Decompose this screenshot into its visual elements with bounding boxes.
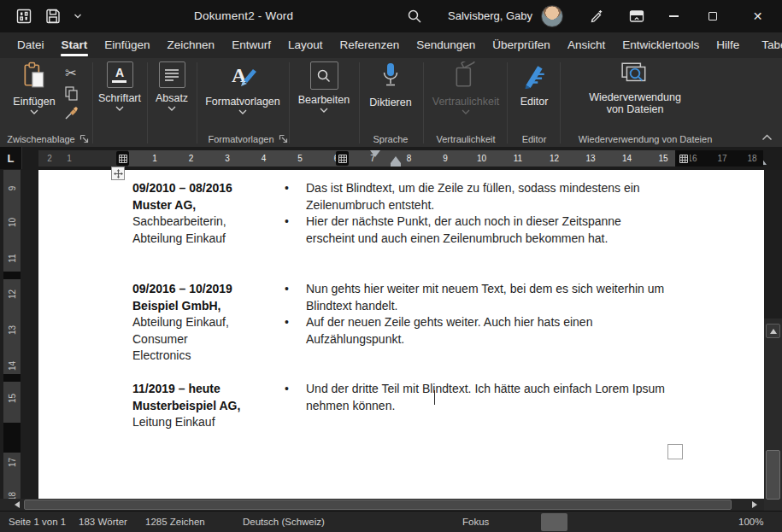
sensitivity-group-label: Vertraulichkeit bbox=[425, 132, 507, 147]
bullets-cell[interactable]: Das ist Blindtext, um die Zeile zu fülle… bbox=[285, 180, 669, 247]
clipboard-dialog-launcher-icon[interactable] bbox=[79, 134, 89, 143]
editor-button[interactable]: Editor bbox=[511, 61, 557, 108]
styles-button[interactable]: A Formatvorlagen bbox=[200, 61, 285, 114]
period-cell[interactable]: 09/2010 – 08/2016 Muster AG, Sachbearbei… bbox=[132, 180, 279, 247]
period-text: 09/2010 – 08/2016 bbox=[132, 180, 279, 197]
zoom-level[interactable]: 100% bbox=[738, 512, 763, 532]
more-tabs-chevron-icon[interactable]: › bbox=[777, 32, 780, 58]
copy-button[interactable] bbox=[62, 84, 80, 102]
reuse-files-button[interactable]: Wiederverwendung von Dateien bbox=[567, 61, 703, 115]
ribbon-tab[interactable]: Überprüfen bbox=[484, 32, 559, 58]
ribbon-tab[interactable]: Start bbox=[53, 32, 97, 58]
scroll-left-button[interactable] bbox=[11, 500, 23, 510]
pen-sparkle-icon[interactable] bbox=[588, 8, 604, 24]
word-count[interactable]: 183 Wörter bbox=[79, 512, 127, 532]
ribbon-tab[interactable]: Ansicht bbox=[559, 32, 614, 58]
styles-icon: A bbox=[226, 61, 259, 89]
format-painter-button[interactable] bbox=[62, 104, 80, 123]
bullet-item: Das ist Blindtext, um die Zeile zu fülle… bbox=[285, 180, 669, 213]
table-row-marker[interactable] bbox=[3, 272, 21, 279]
ruler-number: 11 bbox=[512, 150, 524, 167]
horizontal-scrollbar[interactable] bbox=[0, 499, 764, 511]
chevron-down-icon bbox=[462, 109, 470, 114]
group-divider bbox=[507, 62, 508, 143]
bullets-cell[interactable]: Und der dritte Teil mit Blindtext. Ich h… bbox=[285, 381, 669, 414]
vertical-scroll-thumb[interactable] bbox=[766, 450, 780, 500]
ribbon-tab[interactable]: Zeichnen bbox=[159, 32, 224, 58]
table-move-handle[interactable] bbox=[111, 167, 125, 180]
word-window: Dokument2 - Word Salvisberg, Gaby ✕ Date… bbox=[0, 0, 782, 532]
maximize-icon bbox=[709, 12, 717, 20]
table-column-marker-icon[interactable] bbox=[116, 151, 129, 166]
sensitivity-icon bbox=[453, 61, 479, 89]
language-indicator[interactable]: Deutsch (Schweiz) bbox=[243, 512, 325, 532]
document-page[interactable]: 09/2010 – 08/2016 Muster AG, Sachbearbei… bbox=[38, 170, 764, 499]
ruler-number: 15 bbox=[657, 150, 669, 167]
table-column-marker-icon[interactable] bbox=[336, 151, 349, 166]
font-button[interactable]: A Schriftart bbox=[96, 61, 144, 111]
paste-button[interactable]: Einfügen bbox=[9, 61, 60, 114]
period-text: 09/2016 – 10/2019 bbox=[132, 281, 279, 298]
save-icon[interactable] bbox=[44, 8, 62, 25]
dictate-button[interactable]: Diktieren bbox=[362, 61, 419, 108]
first-line-indent-marker[interactable] bbox=[370, 150, 380, 157]
styles-dialog-launcher-icon[interactable] bbox=[279, 134, 288, 143]
editing-button[interactable]: Bearbeiten bbox=[294, 61, 354, 113]
tab-stop-selector[interactable]: L bbox=[0, 147, 22, 169]
table-row-marker[interactable] bbox=[3, 374, 21, 382]
ruler-number: 1 bbox=[63, 150, 75, 167]
reuse-files-icon bbox=[620, 61, 650, 87]
ribbon-tab[interactable]: Sendungen bbox=[408, 32, 484, 58]
vertical-scrollbar[interactable] bbox=[764, 319, 782, 532]
chevron-down-icon bbox=[238, 109, 247, 114]
ribbon-tab[interactable]: Entwurf bbox=[223, 32, 279, 58]
ribbon-tab[interactable]: Entwicklertools bbox=[614, 32, 708, 58]
minimize-button[interactable] bbox=[655, 0, 692, 32]
editor-icon bbox=[521, 61, 547, 89]
focus-mode-label[interactable]: Fokus bbox=[462, 512, 489, 532]
maximize-button[interactable] bbox=[694, 0, 732, 32]
ribbon-display-options-icon[interactable] bbox=[629, 9, 644, 24]
company-text: Beispiel GmbH, bbox=[132, 298, 279, 315]
hanging-indent-marker[interactable] bbox=[391, 156, 401, 163]
chevron-down-icon bbox=[115, 106, 124, 111]
find-icon bbox=[310, 61, 338, 90]
qat-customize-chevron-icon[interactable] bbox=[72, 7, 84, 24]
user-avatar[interactable] bbox=[541, 5, 563, 27]
char-count[interactable]: 1285 Zeichen bbox=[145, 512, 205, 532]
ribbon-tab[interactable]: Layout bbox=[279, 32, 332, 58]
bullet-item: Und der dritte Teil mit Blindtext. Ich h… bbox=[285, 381, 669, 414]
ribbon-tab[interactable]: Datei bbox=[9, 32, 53, 58]
scroll-up-button[interactable] bbox=[766, 324, 780, 338]
bullets-cell[interactable]: Nun gehts hier weiter mit neuem Text, be… bbox=[285, 281, 669, 348]
horizontal-scroll-thumb[interactable] bbox=[24, 500, 732, 510]
collapse-ribbon-chevron-icon[interactable] bbox=[761, 133, 773, 142]
ruler-number: 1 bbox=[149, 150, 161, 167]
period-cell[interactable]: 11/2019 – heute Musterbeispiel AG, Leitu… bbox=[132, 381, 279, 431]
ribbon-tab[interactable]: Hilfe bbox=[708, 32, 748, 58]
group-divider bbox=[289, 62, 290, 143]
ruler-number: 17 bbox=[8, 454, 17, 471]
table-column-marker-icon[interactable] bbox=[677, 151, 690, 166]
scroll-right-button[interactable] bbox=[749, 500, 761, 510]
bullet-item: Auf der neuen Zeile gehts weiter. Auch h… bbox=[285, 314, 669, 348]
cut-button[interactable]: ✂ bbox=[62, 63, 80, 82]
detail-line: Abteilung Einkauf, bbox=[132, 314, 279, 331]
search-icon[interactable] bbox=[407, 9, 422, 24]
chevron-down-icon bbox=[30, 109, 38, 114]
styles-group-label: Formatvorlagen bbox=[203, 132, 279, 147]
ribbon-tab[interactable]: Einfügen bbox=[96, 32, 158, 58]
account-name[interactable]: Salvisberg, Gaby bbox=[448, 0, 532, 32]
ruler-number: 15 bbox=[8, 390, 17, 407]
ribbon-tab[interactable]: Referenzen bbox=[331, 32, 408, 58]
print-layout-button[interactable] bbox=[541, 513, 567, 531]
period-cell[interactable]: 09/2016 – 10/2019 Beispiel GmbH, Abteilu… bbox=[132, 281, 279, 365]
paragraph-button[interactable]: Absatz bbox=[150, 61, 194, 111]
table-row-marker[interactable] bbox=[3, 423, 21, 453]
app-icon[interactable] bbox=[15, 8, 32, 25]
close-button[interactable]: ✕ bbox=[733, 0, 782, 32]
chevron-down-icon bbox=[320, 108, 328, 113]
page-count[interactable]: Seite 1 von 1 bbox=[9, 512, 66, 532]
table-resize-handle[interactable] bbox=[667, 444, 683, 459]
status-bar: Seite 1 von 1 183 Wörter 1285 Zeichen De… bbox=[0, 511, 782, 532]
